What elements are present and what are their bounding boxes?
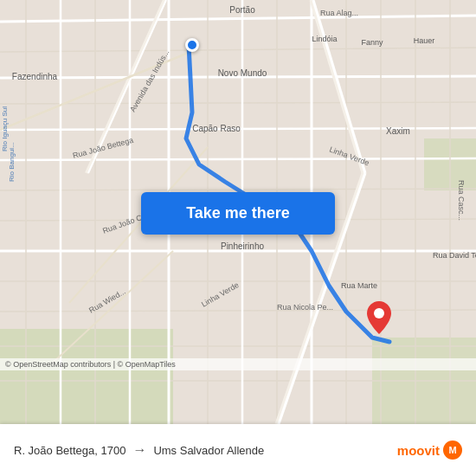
moovit-logo: moovit M <box>397 441 462 460</box>
svg-text:Fanny: Fanny <box>361 38 383 47</box>
svg-text:Rua Alag...: Rua Alag... <box>320 9 358 17</box>
svg-text:Xaxim: Xaxim <box>386 126 410 136</box>
svg-text:Rua Casc...: Rua Casc... <box>457 180 466 221</box>
origin-label: R. João Bettega, 1700 <box>14 444 125 457</box>
moovit-icon: M <box>443 441 462 460</box>
map-container: Portão Fazendinha Novo Mundo Lindóia Fan… <box>0 0 476 424</box>
svg-text:Portão: Portão <box>229 5 255 15</box>
take-me-there-button[interactable]: Take me there <box>141 192 335 235</box>
svg-text:Rio Bangui...: Rio Bangui... <box>8 142 16 182</box>
origin-pin <box>185 38 199 52</box>
map-attribution: © OpenStreetMap contributors | © OpenMap… <box>0 358 476 370</box>
route-info: R. João Bettega, 1700 → Ums Salvador All… <box>14 441 462 460</box>
arrow-icon: → <box>132 442 146 458</box>
destination-label: Ums Salvador Allende <box>153 444 264 457</box>
moovit-text: moovit <box>397 443 440 458</box>
svg-text:Rua Marte: Rua Marte <box>341 281 377 290</box>
svg-text:Lindóia: Lindóia <box>312 35 337 43</box>
svg-text:Capão Raso: Capão Raso <box>192 124 241 133</box>
svg-point-61 <box>374 308 384 318</box>
svg-text:Novo Mundo: Novo Mundo <box>218 68 267 78</box>
svg-text:Fazendinha: Fazendinha <box>12 72 58 81</box>
bottom-bar: R. João Bettega, 1700 → Ums Salvador All… <box>0 424 476 476</box>
svg-text:Hauer: Hauer <box>414 36 435 45</box>
svg-text:Rio Iguaçu Sul: Rio Iguaçu Sul <box>1 106 9 151</box>
dest-pin <box>367 301 391 338</box>
svg-text:Rua David Towns: Rua David Towns <box>433 251 476 260</box>
svg-text:Rua Nicola Pe...: Rua Nicola Pe... <box>277 303 333 312</box>
svg-text:Pinheirinho: Pinheirinho <box>221 241 264 251</box>
